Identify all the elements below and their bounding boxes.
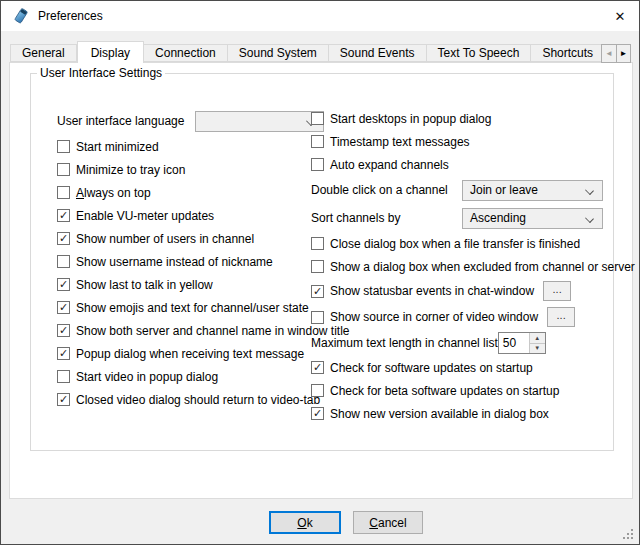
checkbox-row[interactable]: ✓ Show emojis and text for channel/user …	[57, 296, 329, 319]
checkbox-label: Minimize to tray icon	[76, 163, 185, 177]
tab-scroll-right-button[interactable]: ►	[616, 44, 631, 63]
user-interface-settings-group: User Interface Settings User interface l…	[30, 73, 614, 451]
checkbox[interactable]	[57, 140, 70, 153]
checkbox[interactable]: ✓	[57, 301, 70, 314]
checkbox[interactable]	[311, 384, 324, 397]
checkbox-row[interactable]: ✓ Closed video dialog should return to v…	[57, 388, 329, 411]
checkbox-label: Close dialog box when a file transfer is…	[330, 237, 580, 251]
checkbox-row[interactable]: Timestamp text messages	[311, 130, 613, 153]
checkbox-label: Auto expand channels	[330, 158, 449, 172]
checkbox[interactable]: ✓	[57, 209, 70, 222]
checkbox-label: Enable VU-meter updates	[76, 209, 214, 223]
tab-connection[interactable]: Connection	[144, 44, 228, 62]
group-title: User Interface Settings	[37, 66, 165, 80]
checkbox-row[interactable]: Minimize to tray icon	[57, 158, 329, 181]
checkbox-row[interactable]: ✓ Show both server and channel name in w…	[57, 319, 329, 342]
checkbox-label: Popup dialog when receiving text message	[76, 347, 304, 361]
sort-channels-select[interactable]: Ascending	[462, 208, 603, 229]
checkbox[interactable]: ✓	[57, 232, 70, 245]
checkbox[interactable]: ✓	[311, 407, 324, 420]
checkbox-label: Check for software updates on startup	[330, 361, 533, 375]
language-row: User interface language	[57, 107, 329, 135]
checkbox[interactable]	[311, 260, 324, 273]
chevron-down-icon	[585, 214, 594, 223]
checkbox-label: Show source in corner of video window	[330, 310, 538, 324]
tab-display[interactable]: Display	[77, 41, 144, 63]
spin-down-icon[interactable]: ▼	[530, 344, 545, 354]
checkbox-row[interactable]: Close dialog box when a file transfer is…	[311, 232, 613, 255]
checkbox-label: Always on top	[76, 186, 151, 200]
checkbox[interactable]	[57, 186, 70, 199]
double-click-value: Join or leave	[470, 183, 538, 197]
checkbox[interactable]	[57, 255, 70, 268]
checkbox[interactable]: ✓	[57, 347, 70, 360]
spinbox-value[interactable]: 50	[499, 333, 529, 353]
max-text-length-spinbox[interactable]: 50 ▲ ▼	[498, 332, 546, 354]
spinbox-buttons: ▲ ▼	[529, 333, 545, 353]
checkbox[interactable]	[311, 135, 324, 148]
resize-grip[interactable]	[621, 527, 633, 539]
tab-general[interactable]: General	[10, 44, 77, 62]
checkbox[interactable]: ✓	[57, 324, 70, 337]
tab-text-to-speech[interactable]: Text To Speech	[427, 44, 532, 62]
checkbox-label: Show number of users in channel	[76, 232, 254, 246]
tab-sound-events[interactable]: Sound Events	[329, 44, 427, 62]
checkbox[interactable]	[57, 163, 70, 176]
statusbar-events-ellipsis-button[interactable]: ...	[543, 281, 571, 301]
chevron-down-icon	[585, 186, 594, 195]
checkbox-label: Show new version available in dialog box	[330, 407, 549, 421]
checkbox-row[interactable]: Start minimized	[57, 135, 329, 158]
checkbox-label: Show last to talk in yellow	[76, 278, 213, 292]
checkbox-row[interactable]: ✓ Show last to talk in yellow	[57, 273, 329, 296]
window-title: Preferences	[38, 9, 103, 23]
checkbox-row[interactable]: ✓ Popup dialog when receiving text messa…	[57, 342, 329, 365]
checkbox-row[interactable]: Show username instead of nickname	[57, 250, 329, 273]
checkbox-row[interactable]: Check for beta software updates on start…	[311, 379, 613, 402]
checkbox-row[interactable]: Start video in popup dialog	[57, 365, 329, 388]
checkbox-row[interactable]: ✓ Show number of users in channel	[57, 227, 329, 250]
language-select[interactable]	[195, 111, 324, 132]
checkbox[interactable]	[311, 237, 324, 250]
double-click-select[interactable]: Join or leave	[462, 180, 603, 201]
cancel-button[interactable]: Cancel	[353, 511, 423, 534]
tab-shortcuts[interactable]: Shortcuts	[531, 44, 604, 62]
ok-button[interactable]: Ok	[269, 511, 341, 534]
checkbox[interactable]	[57, 370, 70, 383]
checkbox[interactable]: ✓	[57, 278, 70, 291]
left-column: User interface language Start minimized …	[57, 107, 329, 411]
checkbox[interactable]: ✓	[57, 393, 70, 406]
close-icon[interactable]: ✕	[601, 1, 639, 31]
checkbox-row[interactable]: ✓ Check for software updates on startup	[311, 356, 613, 379]
checkbox-row[interactable]: ✓ Show new version available in dialog b…	[311, 402, 613, 425]
statusbar-events-row[interactable]: ✓ Show statusbar events in chat-window .…	[311, 278, 613, 304]
video-source-row[interactable]: Show source in corner of video window ..…	[311, 304, 613, 330]
checkbox-label: Closed video dialog should return to vid…	[76, 393, 320, 407]
checkbox[interactable]	[311, 112, 324, 125]
checkbox-row[interactable]: Always on top	[57, 181, 329, 204]
checkbox[interactable]: ✓	[311, 361, 324, 374]
checkbox[interactable]	[311, 311, 324, 324]
double-click-label: Double click on a channel	[311, 183, 462, 197]
spin-up-icon[interactable]: ▲	[530, 333, 545, 344]
checkbox-label: Start video in popup dialog	[76, 370, 218, 384]
checkbox[interactable]	[311, 158, 324, 171]
checkbox-label: Start desktops in popup dialog	[330, 112, 491, 126]
max-text-length-label: Maximum text length in channel list	[311, 336, 498, 350]
checkbox-row[interactable]: Auto expand channels	[311, 153, 613, 176]
checkbox[interactable]: ✓	[311, 285, 324, 298]
language-label: User interface language	[57, 114, 195, 128]
checkbox-label: Timestamp text messages	[330, 135, 470, 149]
checkbox-label: Show username instead of nickname	[76, 255, 273, 269]
video-source-ellipsis-button[interactable]: ...	[547, 307, 575, 327]
checkbox-row[interactable]: Show a dialog box when excluded from cha…	[311, 255, 613, 278]
tab-sound-system[interactable]: Sound System	[228, 44, 329, 62]
tab-scrollers: ◄ ►	[601, 44, 631, 63]
tab-scroll-left-button[interactable]: ◄	[601, 44, 616, 63]
checkbox-label: Show emojis and text for channel/user st…	[76, 301, 309, 315]
checkbox-row[interactable]: Start desktops in popup dialog	[311, 107, 613, 130]
tab-bar: General Display Connection Sound System …	[10, 41, 604, 63]
checkbox-label: Start minimized	[76, 140, 159, 154]
checkbox-row[interactable]: ✓ Enable VU-meter updates	[57, 204, 329, 227]
app-icon	[12, 7, 30, 25]
title-bar: Preferences ✕	[1, 1, 639, 31]
